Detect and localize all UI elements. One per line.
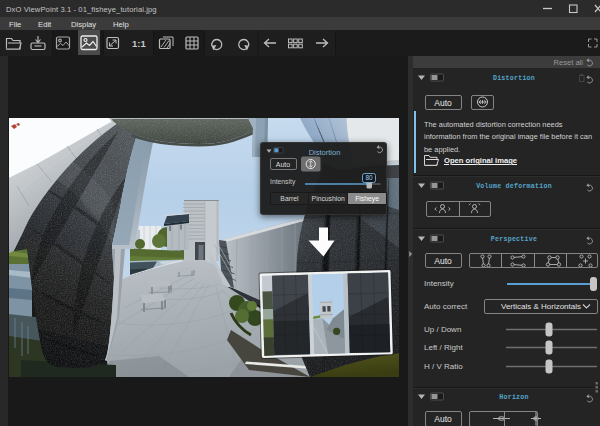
svg-text:1:1: 1:1 bbox=[132, 38, 146, 49]
svg-text:80: 80 bbox=[365, 174, 373, 181]
